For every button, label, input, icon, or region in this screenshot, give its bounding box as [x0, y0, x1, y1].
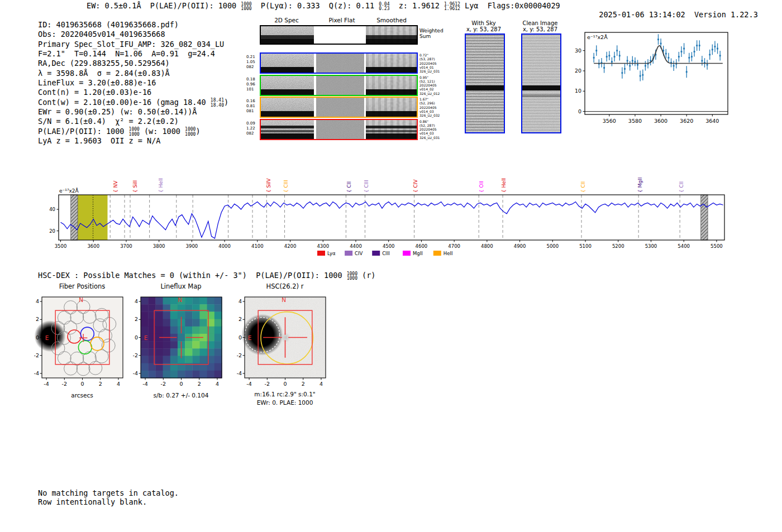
cutout-row-right-labels: 0.72"(53, 287)20220405v014_01326_LU_031 — [419, 53, 440, 73]
line-label-MgII: { MgII — [637, 178, 643, 193]
cutout-image-smooth — [366, 76, 417, 95]
lineflux-plot: NE-4-2024420-2-4 — [133, 289, 229, 393]
cutout-row-left-labels: 0.091.22082 — [246, 121, 255, 136]
compass-east: E — [144, 334, 148, 341]
legend-label: HeII — [444, 251, 453, 256]
svg-text:20: 20 — [575, 68, 581, 74]
svg-text:2: 2 — [135, 316, 138, 322]
svg-text:3700: 3700 — [120, 243, 132, 249]
svg-text:-2: -2 — [265, 381, 270, 387]
report-datetime: 2025-01-06 13:14:02 — [599, 10, 685, 19]
svg-text:-2: -2 — [62, 381, 67, 387]
compass-north: N — [79, 296, 83, 303]
svg-text:4: 4 — [320, 381, 323, 387]
svg-text:2: 2 — [36, 316, 39, 322]
svg-text:4600: 4600 — [416, 243, 428, 249]
svg-text:0: 0 — [135, 334, 138, 341]
svg-text:4800: 4800 — [481, 243, 493, 249]
fiber-plot: NE-4-2024420-2-4 — [34, 289, 130, 393]
svg-text:-4: -4 — [246, 381, 251, 387]
lineflux-map-panel: Lineflux Map NE-4-2024420-2-4 s/b: 0.27 … — [133, 282, 229, 414]
line-label-CIII: { CIII — [364, 180, 369, 193]
cutout-image-flat — [316, 54, 364, 73]
cutout-image-spec — [261, 76, 314, 95]
cutout-image-spec — [261, 98, 314, 117]
fiber-xlabel: arcsecs — [26, 392, 138, 399]
col-header-pixelflat: Pixel Flat — [320, 17, 364, 23]
svg-text:-4: -4 — [142, 381, 147, 387]
svg-text:5100: 5100 — [579, 243, 592, 249]
cutout-row — [260, 52, 418, 74]
svg-text:-4: -4 — [237, 370, 242, 376]
svg-text:0: 0 — [80, 381, 84, 387]
legend-label: Lyα — [327, 251, 336, 256]
svg-text:4: 4 — [36, 298, 39, 304]
hscdex-line: HSC-DEX : Possible Matches = 0 (within +… — [38, 271, 375, 281]
cutout-row-right-labels: 0.86"(52, 287)20220405v014_03326_LU_031 — [419, 119, 440, 140]
svg-text:4900: 4900 — [514, 243, 526, 249]
flux-units-label: e⁻¹⁷x2Å — [59, 188, 79, 194]
svg-text:-2: -2 — [161, 381, 166, 387]
cutout-row-left-labels: 0.211.05082 — [246, 55, 255, 70]
withsky-header: With Skyx, y: 53, 287 — [459, 20, 509, 32]
full-spectrum-chart: { NV{ SiII{ HeII{ SiIV{ CIII{ CII{ CIII{… — [34, 165, 748, 261]
line-label-CIII: { CIII — [283, 180, 289, 193]
cutout-image-blank — [316, 26, 364, 44]
svg-text:4200: 4200 — [284, 243, 297, 249]
svg-text:4300: 4300 — [317, 243, 329, 249]
svg-text:0: 0 — [179, 381, 183, 387]
svg-text:3500: 3500 — [55, 243, 67, 249]
footer-notes: No matching targets in catalog.Row inten… — [38, 489, 179, 506]
legend-label: CIII — [382, 251, 389, 256]
cutout-image-flat — [316, 76, 364, 95]
legend-swatch — [403, 251, 411, 256]
masked-band — [701, 195, 708, 240]
svg-text:3800: 3800 — [153, 243, 165, 249]
legend-swatch — [317, 251, 325, 256]
hsc-caption1: m:16.1 rc:2.9" s:0.1" — [229, 391, 341, 397]
compass-east: E — [45, 334, 49, 341]
clean-header: Clean Imagex, y: 53, 287 — [515, 20, 565, 32]
legend-swatch — [372, 251, 380, 256]
hsc-plot: NE-4-2024420-2-4 — [237, 289, 333, 393]
withsky-image — [465, 33, 505, 133]
svg-text:0: 0 — [36, 334, 39, 341]
svg-text:2: 2 — [198, 381, 201, 387]
legend-swatch — [345, 251, 352, 256]
svg-text:3900: 3900 — [186, 243, 198, 249]
svg-text:-2: -2 — [133, 352, 138, 358]
cutout-row-left-labels: 0.180.96101 — [246, 77, 255, 92]
svg-text:2: 2 — [99, 381, 102, 387]
svg-text:3640: 3640 — [705, 118, 719, 124]
svg-text:10: 10 — [575, 88, 581, 94]
svg-text:40: 40 — [49, 207, 55, 212]
svg-text:0: 0 — [283, 381, 287, 387]
svg-text:4100: 4100 — [251, 243, 264, 249]
cutout-image-spec — [261, 26, 314, 44]
cutout-image-flat — [316, 98, 364, 117]
svg-text:-2: -2 — [237, 352, 242, 358]
cutout-row-left-labels: 0.160.81081 — [246, 99, 255, 114]
cutout-image-smooth — [366, 26, 417, 44]
cutout-image-spec — [261, 120, 314, 139]
svg-text:3600: 3600 — [87, 243, 99, 249]
svg-text:0: 0 — [239, 334, 242, 341]
compass-north: N — [282, 296, 286, 303]
fiber-positions-panel: Fiber Positions NE-4-2024420-2-4 arcsecs — [34, 282, 130, 414]
cutout-row-right-labels: 0.95"(52, 121)20220405v014_02326_LU_012 — [419, 75, 440, 95]
col-header-2dspec: 2D Spec — [264, 17, 309, 23]
svg-text:4700: 4700 — [448, 243, 460, 249]
cutout-image-flat — [316, 120, 364, 139]
clean-image — [521, 33, 561, 133]
svg-text:4000: 4000 — [218, 243, 231, 249]
svg-text:2: 2 — [302, 381, 305, 387]
line-label-CII: { CII — [580, 181, 586, 193]
detection-band — [78, 195, 107, 240]
cutout-row-right-labels: 1.67"(52, 296)20220405v014_03326_LU_032 — [419, 97, 440, 117]
col-header-smoothed: Smoothed — [369, 17, 414, 23]
line-label-HeII: { HeII — [501, 178, 507, 193]
svg-text:5000: 5000 — [546, 243, 559, 249]
line-label-SiII: { SiII — [132, 180, 138, 193]
line-label-CII: { CII — [679, 181, 684, 193]
legend-swatch — [433, 251, 441, 256]
